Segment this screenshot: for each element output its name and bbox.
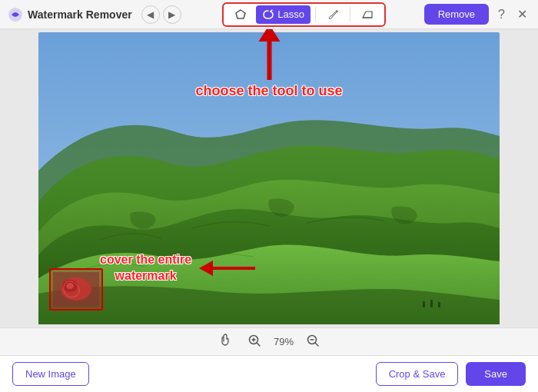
zoom-in-button[interactable] (244, 331, 264, 354)
nav-back-button[interactable]: ◀ (141, 5, 160, 24)
svg-marker-1 (236, 10, 245, 18)
app-title: Watermark Remover (28, 8, 132, 21)
svg-rect-5 (423, 301, 425, 307)
eraser-tool-button[interactable] (355, 5, 380, 24)
footer-right: Crop & Save Save (376, 362, 526, 386)
crop-save-button[interactable]: Crop & Save (376, 362, 459, 386)
new-image-button[interactable]: New Image (12, 362, 89, 386)
lasso-tool-button[interactable]: Lasso (256, 5, 311, 24)
landscape-image (38, 32, 500, 324)
polygon-tool-button[interactable] (228, 5, 253, 24)
title-bar: Watermark Remover ◀ ▶ Lasso (0, 0, 538, 29)
brush-icon (327, 8, 339, 21)
landscape-svg (38, 32, 500, 324)
zoom-level: 79% (274, 336, 294, 347)
header-right: Remove ? ✕ (424, 4, 530, 25)
svg-marker-2 (363, 12, 372, 18)
svg-line-18 (315, 343, 318, 346)
lasso-label: Lasso (277, 8, 304, 20)
brush-tool-button[interactable] (320, 5, 345, 24)
polygon-icon (234, 8, 247, 21)
close-button[interactable]: ✕ (514, 4, 530, 25)
zoom-out-icon (306, 334, 320, 347)
app-logo-icon (8, 7, 23, 22)
status-bar: 79% (0, 327, 538, 355)
zoom-out-button[interactable] (303, 331, 323, 354)
tool-group: Lasso (222, 2, 386, 27)
zoom-in-icon (247, 334, 261, 347)
svg-point-11 (66, 283, 74, 289)
save-button[interactable]: Save (466, 362, 526, 386)
watermark-thumbnail (53, 272, 99, 307)
svg-rect-6 (430, 300, 433, 307)
footer: New Image Crop & Save Save (0, 355, 538, 392)
tool-separator-2 (350, 7, 350, 22)
help-button[interactable]: ? (495, 5, 508, 25)
eraser-icon (361, 8, 374, 21)
toolbar-area: Lasso (184, 2, 424, 27)
hand-tool-button[interactable] (215, 331, 235, 354)
lasso-icon (262, 8, 274, 21)
remove-button[interactable]: Remove (424, 4, 489, 25)
hand-icon (218, 334, 232, 347)
nav-forward-button[interactable]: ▶ (163, 5, 181, 24)
image-container[interactable]: choose the tool to use cover the entirew… (38, 32, 500, 324)
tool-separator (315, 7, 316, 22)
main-content: choose the tool to use cover the entirew… (0, 29, 538, 327)
watermark-box[interactable] (49, 268, 103, 311)
svg-rect-7 (438, 302, 440, 307)
svg-line-15 (257, 343, 260, 346)
